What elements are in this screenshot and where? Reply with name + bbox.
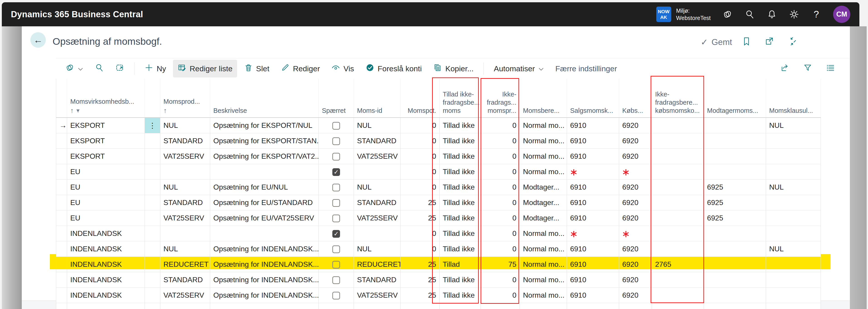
cell-sales[interactable]: 6910 — [567, 133, 619, 149]
cell-pct[interactable]: 25 — [401, 272, 439, 288]
suggest-accounts-button[interactable]: Foreslå konti — [361, 60, 426, 78]
cell-calc[interactable]: Normal mo... — [520, 133, 567, 149]
blocked-checkbox[interactable] — [332, 261, 340, 269]
cell-ndacct[interactable] — [652, 118, 704, 133]
cell-prod[interactable]: VAT25SERV — [160, 149, 210, 164]
cell-purch[interactable] — [619, 303, 652, 309]
cell-menu-spacer[interactable] — [145, 272, 160, 288]
share-button[interactable] — [780, 60, 789, 78]
row-selector[interactable]: → — [56, 118, 67, 133]
column-header-pct[interactable]: Momspct. — [401, 79, 439, 118]
cell-clause[interactable] — [766, 133, 821, 149]
cell-calc[interactable]: Normal mo... — [520, 118, 567, 133]
cell-menu-spacer[interactable] — [145, 257, 160, 272]
cell-clause[interactable] — [766, 288, 821, 303]
blocked-checkbox[interactable]: ✓ — [332, 230, 340, 238]
automate-menu-button[interactable]: Automatiser — [489, 60, 548, 78]
new-button[interactable]: Ny — [140, 60, 171, 78]
bookmark-icon[interactable] — [742, 36, 751, 47]
cell-sales[interactable]: 6910 — [567, 118, 619, 133]
cell-reverse[interactable]: 6925 — [704, 179, 766, 195]
cell-reverse[interactable] — [704, 241, 766, 257]
cell-id[interactable]: VAT25SERV — [354, 210, 401, 226]
cell-beskr[interactable]: Opsætning for EU/STANDARD — [210, 195, 319, 210]
cell-beskr[interactable]: Opsætning for EU/NUL — [210, 179, 319, 195]
cell-blocked[interactable]: ✓ — [319, 226, 354, 241]
cell-pct[interactable]: 0 — [401, 164, 439, 179]
cell-prod[interactable] — [160, 226, 210, 241]
cell-beskr[interactable]: Opsætning for INDENLANDSK... — [210, 257, 319, 272]
cell-virk[interactable]: INDENLANDSK — [67, 226, 145, 241]
cell-prod[interactable] — [160, 303, 210, 309]
cell-virk[interactable]: EU — [67, 179, 145, 195]
cell-id[interactable]: NUL — [354, 118, 401, 133]
column-header-reverse[interactable]: Modtagermoms... — [704, 79, 766, 118]
notifications-icon[interactable] — [767, 9, 777, 20]
cell-calc[interactable]: Normal mo... — [520, 164, 567, 179]
cell-beskr[interactable]: Opsætning for EKSPORT/VAT2... — [210, 149, 319, 164]
cell-calc[interactable]: Modtager... — [520, 179, 567, 195]
cell-virk[interactable] — [67, 303, 145, 309]
cell-prod[interactable]: NUL — [160, 179, 210, 195]
cell-prod[interactable]: NUL — [160, 241, 210, 257]
cell-blocked[interactable] — [319, 179, 354, 195]
cell-sales[interactable] — [567, 164, 619, 179]
cell-pct[interactable]: 0 — [401, 133, 439, 149]
cell-pct[interactable]: 25 — [401, 288, 439, 303]
cell-ndpct[interactable]: 0 — [481, 164, 520, 179]
cell-pct[interactable]: 0 — [401, 179, 439, 195]
cell-menu-spacer[interactable] — [145, 303, 160, 309]
cell-id[interactable]: STANDARD — [354, 195, 401, 210]
cell-tillad[interactable]: Tillad — [439, 257, 481, 272]
cell-id[interactable]: NUL — [354, 241, 401, 257]
cell-clause[interactable] — [766, 210, 821, 226]
cell-reverse[interactable] — [704, 133, 766, 149]
row-selector[interactable] — [56, 179, 67, 195]
cell-purch[interactable]: 6920 — [619, 118, 652, 133]
row-selector[interactable] — [56, 272, 67, 288]
cell-ndacct[interactable] — [652, 303, 704, 309]
cell-sales[interactable]: 6910 — [567, 195, 619, 210]
delete-button[interactable]: Slet — [239, 60, 274, 78]
column-header-sales[interactable]: Salgsmomsk... — [567, 79, 619, 118]
cell-clause[interactable]: NUL — [766, 241, 821, 257]
cell-calc[interactable]: Normal mo... — [520, 272, 567, 288]
column-header-ndpct[interactable]: Ikke-fradrags...momspr... — [481, 79, 520, 118]
cell-reverse[interactable] — [704, 272, 766, 288]
cell-ndpct[interactable]: 0 — [481, 210, 520, 226]
cell-reverse[interactable] — [704, 257, 766, 272]
column-header-beskr[interactable]: Beskrivelse — [210, 79, 319, 118]
cell-sales[interactable]: 6910 — [567, 210, 619, 226]
cell-virk[interactable]: INDENLANDSK — [67, 272, 145, 288]
cell-sales[interactable]: 6910 — [567, 179, 619, 195]
cell-blocked[interactable]: ✓ — [319, 164, 354, 179]
cell-blocked[interactable] — [319, 195, 354, 210]
cell-purch[interactable]: 6920 — [619, 288, 652, 303]
cell-ndacct[interactable] — [652, 133, 704, 149]
cell-clause[interactable] — [766, 303, 821, 309]
cell-purch[interactable]: 6920 — [619, 133, 652, 149]
cell-ndpct[interactable] — [481, 303, 520, 309]
blocked-checkbox[interactable] — [332, 199, 340, 207]
cell-tillad[interactable]: Tillad ikke — [439, 118, 481, 133]
cell-beskr[interactable]: Opsætning for INDENLANDSK... — [210, 241, 319, 257]
column-header-virk[interactable]: Momsvirksomhedsb...↑ — [67, 79, 145, 118]
cell-ndacct[interactable] — [652, 272, 704, 288]
column-header-ndacct[interactable]: Ikke-fradragsbere...købsmomsko... — [652, 79, 704, 118]
row-selector[interactable] — [56, 288, 67, 303]
cell-menu-spacer[interactable] — [145, 288, 160, 303]
blocked-checkbox[interactable]: ✓ — [332, 168, 340, 176]
cell-prod[interactable] — [160, 164, 210, 179]
cell-virk[interactable]: EU — [67, 210, 145, 226]
cell-purch[interactable] — [619, 226, 652, 241]
cell-ndpct[interactable]: 0 — [481, 179, 520, 195]
column-header-id[interactable]: Moms-id — [354, 79, 401, 118]
cell-beskr[interactable] — [210, 164, 319, 179]
cell-ndpct[interactable]: 0 — [481, 226, 520, 241]
back-button[interactable]: ← — [30, 32, 46, 48]
cell-beskr[interactable]: Opsætning for EKSPORT/NUL — [210, 118, 319, 133]
cell-ndpct[interactable]: 0 — [481, 241, 520, 257]
cell-blocked[interactable] — [319, 257, 354, 272]
blocked-checkbox[interactable] — [332, 215, 340, 222]
cell-menu-spacer[interactable] — [145, 226, 160, 241]
